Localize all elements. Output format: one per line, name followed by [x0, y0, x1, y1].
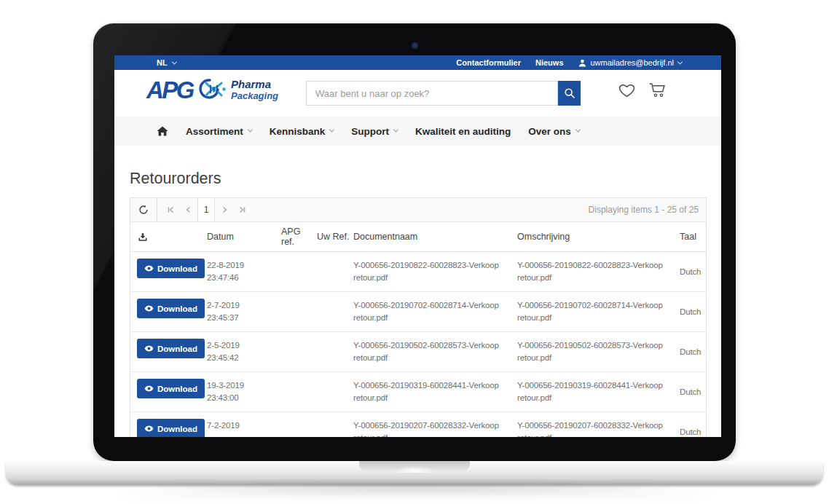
nav-item-label: Assortiment	[186, 126, 243, 137]
download-column-header[interactable]	[130, 232, 203, 242]
download-button-label: Download	[157, 425, 197, 433]
table-row: Download 2-7-2019 23:45:37 Y-000656-2019…	[130, 292, 706, 332]
search-button[interactable]	[558, 81, 581, 106]
page-title: Retourorders	[130, 170, 721, 188]
search-icon	[564, 87, 575, 99]
first-page-button[interactable]	[161, 198, 179, 221]
nieuws-link[interactable]: Nieuws	[535, 58, 564, 67]
download-button[interactable]: Download	[137, 259, 205, 278]
row-download-cell: Download	[130, 292, 203, 331]
row-uw-ref-cell	[314, 412, 350, 437]
column-header-uw-ref[interactable]: Uw Ref.	[314, 232, 350, 242]
refresh-button[interactable]	[130, 198, 157, 221]
download-button[interactable]: Download	[137, 339, 205, 358]
cart-icon	[648, 82, 669, 98]
row-omschrijving-cell: Y-000656-20190822-60028823-Verkoop retou…	[514, 252, 678, 291]
row-omschrijving-cell: Y-000656-20190702-60028714-Verkoop retou…	[514, 292, 678, 331]
user-menu[interactable]: uwmailadres@bedrijf.nl	[578, 58, 683, 67]
next-page-button[interactable]	[215, 198, 233, 221]
download-button[interactable]: Download	[137, 419, 205, 437]
nav-item-assortiment[interactable]: Assortiment	[186, 126, 252, 137]
nav-item-support[interactable]: Support	[351, 126, 398, 137]
row-download-cell: Download	[130, 412, 203, 437]
column-header-documentnaam[interactable]: Documentnaam	[350, 232, 514, 242]
row-apg-ref-cell	[276, 372, 314, 412]
row-uw-ref-cell	[314, 332, 350, 371]
chevron-down-icon	[677, 59, 683, 64]
row-date: 2-7-2019	[207, 299, 276, 312]
row-documentnaam-cell: Y-000656-20190702-60028714-Verkoop retou…	[350, 292, 514, 331]
row-datum-cell: 19-3-2019 23:43:00	[203, 372, 276, 412]
eye-icon	[144, 385, 154, 392]
chevron-down-icon	[329, 127, 334, 132]
table-row: Download 7-2-2019 Y-000656-20190207-6002…	[130, 412, 706, 437]
nav-item-over-ons[interactable]: Over ons	[528, 126, 580, 137]
nav-item-kwaliteit-en-auditing[interactable]: Kwaliteit en auditing	[415, 126, 511, 137]
eye-icon	[144, 305, 154, 312]
nav-home[interactable]	[157, 126, 168, 136]
download-button-label: Download	[157, 304, 197, 313]
row-date: 2-5-2019	[207, 339, 276, 352]
row-apg-ref-cell	[276, 252, 314, 291]
row-time: 23:45:42	[207, 352, 276, 364]
chevron-down-icon	[172, 59, 177, 64]
row-taal-cell: Dutch	[678, 412, 707, 437]
row-uw-ref-cell	[314, 252, 350, 291]
arrow-prev-icon	[184, 205, 193, 214]
pager: 1	[161, 198, 251, 221]
grid-toolbar: 1 Displaying items 1 - 25 of 25	[130, 198, 706, 222]
column-header-apg-ref[interactable]: APG ref.	[276, 227, 314, 247]
chevron-down-icon	[393, 127, 398, 132]
row-date: 7-2-2019	[207, 420, 276, 432]
grid-header-row: Datum APG ref. Uw Ref. Documentnaam Omsc…	[130, 222, 706, 252]
chevron-down-icon	[248, 127, 253, 132]
row-apg-ref-cell	[276, 292, 314, 331]
row-datum-cell: 2-5-2019 23:45:42	[203, 332, 276, 371]
download-button-label: Download	[157, 264, 197, 273]
pager-status: Displaying items 1 - 25 of 25	[589, 205, 706, 215]
row-taal-cell: Dutch	[678, 332, 707, 371]
row-omschrijving-cell: Y-000656-20190207-60028332-Verkoop retou…	[514, 412, 678, 437]
laptop-webcam	[412, 43, 417, 48]
cart-button[interactable]	[648, 82, 669, 101]
main-nav: Assortiment Kennisbank Support Kwaliteit…	[114, 117, 721, 146]
refresh-icon	[138, 205, 149, 215]
row-uw-ref-cell	[314, 372, 350, 412]
row-taal-cell: Dutch	[678, 252, 707, 291]
heart-icon	[617, 82, 637, 98]
row-documentnaam-cell: Y-000656-20190502-60028573-Verkoop retou…	[350, 332, 514, 371]
download-button[interactable]: Download	[137, 299, 205, 318]
download-button[interactable]: Download	[137, 379, 205, 398]
row-documentnaam-cell: Y-000656-20190822-60028823-Verkoop retou…	[350, 252, 514, 291]
contactformulier-link[interactable]: Contactformulier	[456, 58, 521, 67]
nav-item-label: Kennisbank	[270, 126, 326, 137]
download-button-label: Download	[157, 385, 197, 393]
eye-icon	[144, 265, 154, 272]
current-page[interactable]: 1	[197, 198, 215, 221]
chevron-down-icon	[575, 127, 581, 132]
search-input[interactable]	[306, 81, 558, 106]
language-selector[interactable]: NL	[157, 58, 176, 67]
wishlist-button[interactable]	[617, 82, 637, 101]
browser-viewport: NL Contactformulier Nieuws uwmailadres@b…	[114, 55, 721, 437]
download-button-label: Download	[157, 344, 197, 353]
row-omschrijving-cell: Y-000656-20190319-60028441-Verkoop retou…	[514, 372, 678, 412]
row-time: 23:45:37	[207, 312, 276, 324]
row-omschrijving-cell: Y-000656-20190502-60028573-Verkoop retou…	[514, 332, 678, 371]
prev-page-button[interactable]	[179, 198, 197, 221]
column-header-omschrijving[interactable]: Omschrijving	[514, 232, 678, 242]
laptop-reflection	[117, 487, 712, 503]
nav-item-kennisbank[interactable]: Kennisbank	[270, 126, 334, 137]
row-datum-cell: 7-2-2019	[203, 412, 276, 437]
eye-icon	[144, 345, 154, 352]
last-page-button[interactable]	[233, 198, 251, 221]
row-date: 19-3-2019	[207, 379, 276, 392]
download-icon	[138, 232, 148, 242]
eye-icon	[144, 425, 154, 432]
column-header-datum[interactable]: Datum	[203, 232, 276, 242]
logo[interactable]: APG Pharma Packaging	[146, 76, 278, 103]
column-header-taal[interactable]: Taal	[678, 232, 707, 242]
logo-tagline: Pharma Packaging	[231, 79, 278, 101]
row-taal-cell: Dutch	[678, 372, 707, 412]
logo-tagline-top: Pharma	[231, 79, 278, 90]
